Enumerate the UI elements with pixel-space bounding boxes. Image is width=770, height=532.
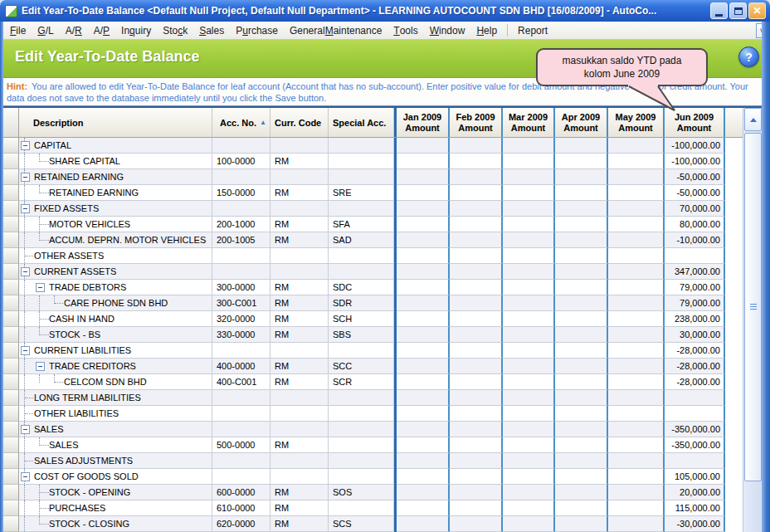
- cell-description[interactable]: OTHER ASSETS: [19, 248, 212, 264]
- table-row[interactable]: TRADE DEBTORS300-0000RMSDC79,000.00: [0, 280, 770, 295]
- menu-item-stock[interactable]: Stock: [157, 22, 193, 39]
- cell-amount-jun[interactable]: -350,000.00: [665, 437, 725, 453]
- cell-amount-mar[interactable]: [503, 453, 555, 469]
- table-row[interactable]: CURRENT LIABILITIES-28,000.00: [0, 343, 770, 359]
- cell-acc-no[interactable]: 200-1000: [212, 217, 270, 232]
- cell-curr-code[interactable]: [270, 390, 329, 406]
- cell-amount-mar[interactable]: [503, 374, 555, 390]
- column-header-jun-2009[interactable]: Jun 2009Amount: [665, 108, 725, 137]
- cell-special-acc[interactable]: SAD: [329, 232, 394, 248]
- cell-amount-apr[interactable]: [555, 453, 608, 469]
- cell-amount-feb[interactable]: [450, 485, 503, 500]
- close-button[interactable]: ✕: [748, 2, 766, 19]
- column-header-feb-2009[interactable]: Feb 2009Amount: [450, 108, 503, 137]
- cell-amount-mar[interactable]: [503, 359, 555, 374]
- cell-amount-apr[interactable]: [555, 500, 608, 516]
- cell-special-acc[interactable]: SCS: [329, 516, 394, 532]
- cell-acc-no[interactable]: [212, 406, 270, 422]
- table-row[interactable]: STOCK - CLOSING620-0000RMSCS-30,000.00: [0, 516, 770, 532]
- cell-special-acc[interactable]: [329, 406, 394, 422]
- cell-amount-apr[interactable]: [555, 295, 608, 311]
- cell-amount-feb[interactable]: [450, 248, 503, 264]
- cell-special-acc[interactable]: SBS: [329, 327, 394, 343]
- cell-amount-jun[interactable]: -50,000.00: [665, 169, 725, 185]
- cell-amount-apr[interactable]: [555, 248, 608, 264]
- cell-amount-apr[interactable]: [555, 485, 608, 500]
- cell-amount-jun[interactable]: -350,000.00: [665, 422, 725, 437]
- cell-amount-jan[interactable]: [397, 422, 450, 437]
- cell-amount-apr[interactable]: [555, 217, 608, 232]
- cell-amount-mar[interactable]: [503, 248, 555, 264]
- menu-item-file[interactable]: File: [4, 22, 32, 39]
- cell-amount-mar[interactable]: [503, 327, 555, 343]
- cell-amount-may[interactable]: [608, 374, 665, 390]
- cell-special-acc[interactable]: [329, 201, 394, 217]
- cell-acc-no[interactable]: [212, 390, 270, 406]
- cell-amount-mar[interactable]: [503, 343, 555, 359]
- table-row[interactable]: RETAINED EARNING-50,000.00: [0, 169, 770, 185]
- cell-special-acc[interactable]: SCH: [329, 311, 394, 327]
- cell-amount-may[interactable]: [608, 453, 665, 469]
- cell-amount-feb[interactable]: [450, 516, 503, 532]
- cell-description[interactable]: SALES: [19, 422, 212, 437]
- table-row[interactable]: FIXED ASSETS70,000.00: [0, 201, 770, 217]
- cell-acc-no[interactable]: 620-0000: [212, 516, 270, 532]
- cell-amount-mar[interactable]: [503, 154, 555, 169]
- cell-amount-feb[interactable]: [450, 169, 503, 185]
- cell-amount-feb[interactable]: [450, 500, 503, 516]
- column-header-curr-code[interactable]: Curr. Code: [270, 108, 329, 137]
- column-header-mar-2009[interactable]: Mar 2009Amount: [503, 108, 555, 137]
- cell-amount-mar[interactable]: [503, 390, 555, 406]
- menu-item-help[interactable]: Help: [470, 22, 503, 39]
- cell-amount-jan[interactable]: [397, 327, 450, 343]
- cell-amount-jan[interactable]: [397, 169, 450, 185]
- vertical-scrollbar[interactable]: [743, 108, 762, 532]
- cell-amount-jun[interactable]: -100,000.00: [665, 138, 725, 154]
- cell-amount-jun[interactable]: [665, 453, 725, 469]
- cell-acc-no[interactable]: 500-0000: [212, 437, 270, 453]
- cell-special-acc[interactable]: SRE: [329, 185, 394, 201]
- table-row[interactable]: LONG TERM LIABILITIES: [0, 390, 770, 406]
- cell-amount-mar[interactable]: [503, 422, 555, 437]
- cell-acc-no[interactable]: [212, 248, 270, 264]
- cell-amount-apr[interactable]: [555, 422, 608, 437]
- cell-amount-apr[interactable]: [555, 311, 608, 327]
- cell-amount-may[interactable]: [608, 185, 665, 201]
- cell-description[interactable]: CARE PHONE SDN BHD: [19, 295, 212, 311]
- cell-amount-may[interactable]: [608, 311, 665, 327]
- cell-acc-no[interactable]: 330-0000: [212, 327, 270, 343]
- cell-amount-mar[interactable]: [503, 469, 555, 485]
- cell-amount-mar[interactable]: [503, 485, 555, 500]
- cell-description[interactable]: STOCK - BS: [19, 327, 212, 343]
- cell-amount-feb[interactable]: [450, 359, 503, 374]
- cell-amount-may[interactable]: [608, 138, 665, 154]
- collapse-icon[interactable]: [36, 283, 45, 292]
- menu-item-a-r[interactable]: A/R: [60, 22, 88, 39]
- cell-amount-jan[interactable]: [397, 437, 450, 453]
- cell-amount-may[interactable]: [608, 390, 665, 406]
- table-row[interactable]: RETAINED EARNING150-0000RMSRE-50,000.00: [0, 185, 770, 201]
- cell-amount-feb[interactable]: [450, 201, 503, 217]
- cell-amount-mar[interactable]: [503, 311, 555, 327]
- cell-curr-code[interactable]: RM: [270, 295, 329, 311]
- cell-amount-jun[interactable]: 30,000.00: [665, 327, 725, 343]
- cell-amount-jan[interactable]: [397, 280, 450, 295]
- menu-item-general-maintenance[interactable]: General Maintenance: [284, 22, 387, 39]
- cell-amount-apr[interactable]: [555, 154, 608, 169]
- cell-acc-no[interactable]: 100-0000: [212, 154, 270, 169]
- cell-amount-feb[interactable]: [450, 217, 503, 232]
- cell-amount-feb[interactable]: [450, 437, 503, 453]
- cell-amount-may[interactable]: [608, 422, 665, 437]
- cell-description[interactable]: ACCUM. DEPRN. MOTOR VEHICLES: [19, 232, 212, 248]
- cell-amount-jun[interactable]: [665, 248, 725, 264]
- cell-special-acc[interactable]: [329, 138, 394, 154]
- cell-curr-code[interactable]: RM: [270, 327, 329, 343]
- cell-amount-apr[interactable]: [555, 359, 608, 374]
- cell-amount-jan[interactable]: [397, 343, 450, 359]
- collapse-icon[interactable]: [21, 173, 30, 182]
- cell-curr-code[interactable]: [270, 248, 329, 264]
- cell-amount-mar[interactable]: [503, 295, 555, 311]
- cell-amount-may[interactable]: [608, 500, 665, 516]
- cell-amount-feb[interactable]: [450, 232, 503, 248]
- cell-amount-feb[interactable]: [450, 311, 503, 327]
